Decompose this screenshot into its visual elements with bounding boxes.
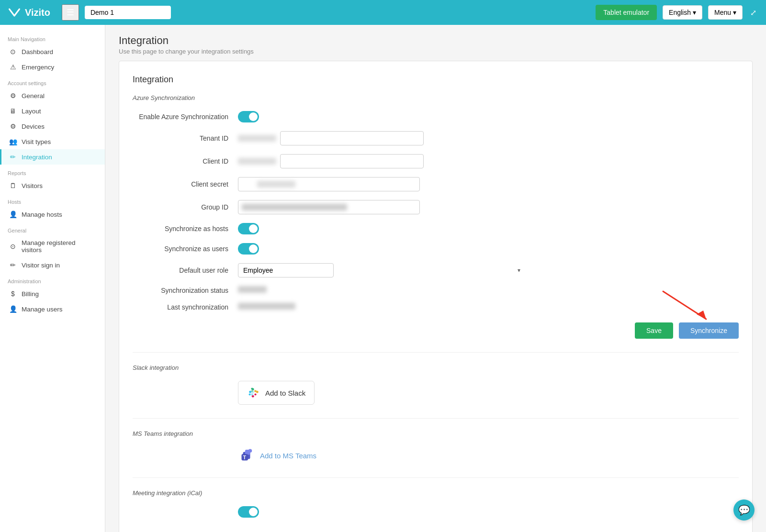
sidebar-item-visitors[interactable]: 🗒 Visitors — [0, 178, 105, 193]
sidebar-item-manage-users[interactable]: 👤 Manage users — [0, 301, 105, 317]
devices-icon: ⚙ — [9, 122, 17, 130]
form-row-client-secret: Client secret — [133, 177, 739, 191]
group-id-blurred — [242, 204, 347, 211]
visitors-icon: 🗒 — [9, 182, 17, 189]
svg-rect-10 — [251, 390, 253, 392]
hamburger-button[interactable]: ☰ — [62, 4, 79, 21]
last-sync-blurred — [238, 303, 295, 310]
add-to-slack-label: Add to Slack — [265, 389, 305, 397]
visit-types-icon: 👥 — [9, 138, 17, 145]
manage-hosts-icon: 👤 — [9, 211, 17, 218]
sidebar-item-label: Layout — [22, 108, 41, 115]
hosts-label: Hosts — [0, 193, 105, 207]
english-button[interactable]: English ▾ — [663, 5, 702, 20]
svg-rect-2 — [249, 391, 251, 393]
sidebar-item-integration[interactable]: ✏ Integration — [0, 149, 105, 165]
client-id-control — [238, 154, 525, 168]
form-row-group-id: Group ID — [133, 200, 739, 214]
sidebar-item-general[interactable]: ⚙ General — [0, 88, 105, 103]
sync-hosts-control — [238, 223, 525, 234]
logo-icon — [8, 6, 21, 19]
save-button[interactable]: Save — [635, 322, 673, 339]
sidebar-item-label: Visit types — [22, 138, 51, 145]
sidebar-item-visit-types[interactable]: 👥 Visit types — [0, 134, 105, 149]
sidebar-item-layout[interactable]: 🖥 Layout — [0, 103, 105, 119]
general-icon: ⚙ — [9, 92, 17, 100]
reports-label: Reports — [0, 165, 105, 178]
sync-status-value — [238, 286, 525, 294]
sidebar-item-label: Devices — [22, 123, 45, 130]
group-id-label: Group ID — [133, 203, 238, 211]
client-id-label: Client ID — [133, 157, 238, 165]
user-role-label: Default user role — [133, 266, 238, 274]
add-to-teams-button[interactable]: T Add to MS Teams — [238, 447, 316, 464]
form-row-ical — [133, 506, 739, 518]
enable-azure-toggle[interactable] — [238, 111, 259, 122]
last-sync-label: Last synchronization — [133, 303, 238, 311]
client-secret-blurred — [257, 181, 295, 188]
dashboard-icon: ⊙ — [9, 48, 17, 55]
sync-users-toggle[interactable] — [238, 243, 259, 255]
sync-status-blurred — [238, 286, 267, 293]
svg-rect-8 — [251, 393, 253, 395]
client-secret-label: Client secret — [133, 180, 238, 188]
location-input[interactable] — [85, 6, 171, 19]
svg-rect-13 — [254, 393, 256, 395]
form-row-sync-users: Synchronize as users — [133, 243, 739, 255]
add-to-slack-button[interactable]: Add to Slack — [238, 381, 315, 405]
chat-bubble-button[interactable]: 💬 — [733, 499, 755, 521]
last-sync-value — [238, 303, 525, 311]
sidebar-item-label: General — [22, 92, 45, 100]
sidebar-item-manage-hosts[interactable]: 👤 Manage hosts — [0, 207, 105, 222]
sidebar-item-label: Integration — [22, 154, 52, 161]
sidebar-item-label: Billing — [22, 290, 39, 298]
sidebar-item-visitor-sign-in[interactable]: ✏ Visitor sign in — [0, 257, 105, 273]
toggle-slider-hosts — [238, 223, 259, 234]
app-body: Main Navigation ⊙ Dashboard ⚠ Emergency … — [0, 25, 766, 532]
sidebar-item-manage-registered[interactable]: ⊙ Manage registered visitors — [0, 235, 105, 257]
ical-toggle[interactable] — [238, 506, 259, 518]
ical-section-label: Meeting integration (iCal) — [133, 489, 739, 497]
svg-text:T: T — [243, 454, 247, 460]
page-subtitle: Use this page to change your integration… — [119, 48, 753, 55]
english-dropdown-icon: ▾ — [693, 9, 696, 16]
tenant-id-input[interactable] — [280, 131, 424, 145]
integration-icon: ✏ — [9, 153, 17, 161]
sync-hosts-toggle[interactable] — [238, 223, 259, 234]
user-role-control: Employee Admin Visitor — [238, 263, 525, 277]
slack-logo-icon — [247, 386, 260, 399]
slack-section-label: Slack integration — [133, 364, 739, 371]
menu-button[interactable]: Menu ▾ — [708, 5, 743, 20]
account-settings-label: Account settings — [0, 75, 105, 88]
synchronize-button[interactable]: Synchronize — [679, 322, 739, 339]
toggle-slider-ical — [238, 506, 259, 518]
manage-registered-icon: ⊙ — [9, 243, 17, 250]
sidebar-item-emergency[interactable]: ⚠ Emergency — [0, 59, 105, 75]
sidebar-item-label: Dashboard — [22, 48, 53, 55]
manage-users-icon: 👤 — [9, 305, 17, 313]
enable-azure-label: Enable Azure Synchronization — [133, 113, 238, 121]
toggle-slider-users — [238, 243, 259, 255]
expand-button[interactable]: ⤢ — [748, 6, 758, 19]
form-row-tenant-id: Tenant ID — [133, 131, 739, 145]
sync-hosts-label: Synchronize as hosts — [133, 225, 238, 233]
integration-card: Integration Azure Synchronization Enable… — [119, 61, 753, 532]
user-role-select[interactable]: Employee Admin Visitor — [238, 263, 334, 277]
card-title: Integration — [133, 75, 739, 85]
sidebar-item-label: Visitor sign in — [22, 262, 60, 269]
sidebar-item-devices[interactable]: ⚙ Devices — [0, 119, 105, 134]
svg-rect-12 — [254, 390, 256, 392]
svg-rect-4 — [256, 391, 259, 393]
sidebar-item-dashboard[interactable]: ⊙ Dashboard — [0, 44, 105, 59]
sidebar-item-billing[interactable]: $ Billing — [0, 286, 105, 301]
client-id-input[interactable] — [280, 154, 424, 168]
svg-point-16 — [248, 449, 252, 453]
tenant-id-control — [238, 131, 525, 145]
tablet-emulator-button[interactable]: Tablet emulator — [596, 5, 657, 20]
toggle-slider — [238, 111, 259, 122]
svg-rect-7 — [249, 393, 251, 395]
slack-section: Slack integration — [133, 352, 739, 405]
form-row-user-role: Default user role Employee Admin Visitor — [133, 263, 739, 277]
sidebar-item-label: Emergency — [22, 64, 54, 71]
menu-label: Menu — [714, 9, 731, 16]
